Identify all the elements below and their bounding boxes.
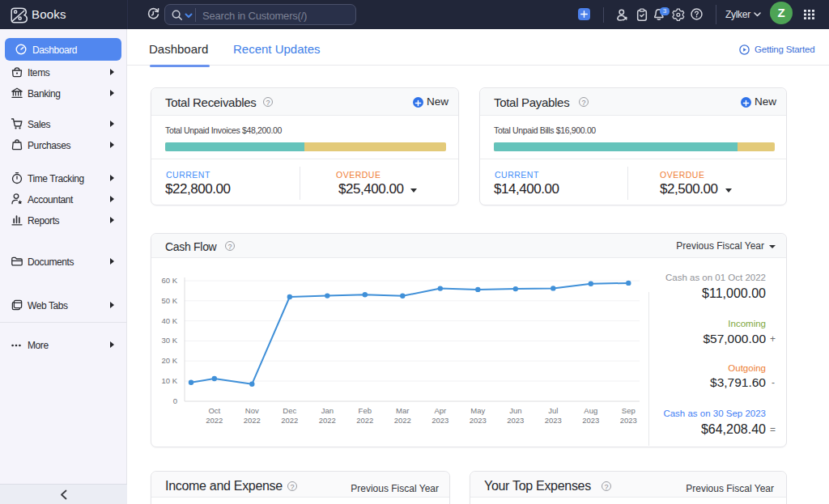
- svg-text:Dec: Dec: [283, 406, 296, 415]
- svg-text:2023: 2023: [620, 416, 637, 425]
- svg-text:2022: 2022: [319, 416, 336, 425]
- svg-text:Oct: Oct: [208, 406, 220, 415]
- svg-text:2023: 2023: [582, 416, 599, 425]
- svg-text:2022: 2022: [281, 416, 298, 425]
- svg-text:Jul: Jul: [548, 406, 558, 415]
- svg-text:Sep: Sep: [622, 406, 636, 415]
- svg-text:50 K: 50 K: [161, 296, 177, 305]
- svg-text:2022: 2022: [394, 416, 411, 425]
- svg-text:Aug: Aug: [584, 406, 597, 415]
- svg-text:Jun: Jun: [509, 406, 521, 415]
- svg-text:2023: 2023: [545, 416, 562, 425]
- svg-text:2022: 2022: [244, 416, 261, 425]
- svg-text:60 K: 60 K: [161, 276, 177, 285]
- svg-text:2022: 2022: [206, 416, 223, 425]
- svg-text:Jan: Jan: [321, 406, 334, 415]
- svg-text:20 K: 20 K: [161, 356, 177, 365]
- svg-text:10 K: 10 K: [161, 376, 177, 385]
- svg-text:Mar: Mar: [396, 406, 409, 415]
- svg-text:40 K: 40 K: [161, 316, 177, 325]
- svg-text:2023: 2023: [432, 416, 449, 425]
- svg-text:0: 0: [173, 396, 177, 405]
- svg-text:Feb: Feb: [359, 406, 372, 415]
- svg-text:2023: 2023: [507, 416, 524, 425]
- svg-text:May: May: [470, 406, 485, 415]
- svg-text:Nov: Nov: [245, 406, 259, 415]
- svg-text:2023: 2023: [470, 416, 487, 425]
- svg-text:Apr: Apr: [434, 406, 446, 415]
- svg-text:30 K: 30 K: [161, 336, 177, 345]
- svg-text:2022: 2022: [356, 416, 373, 425]
